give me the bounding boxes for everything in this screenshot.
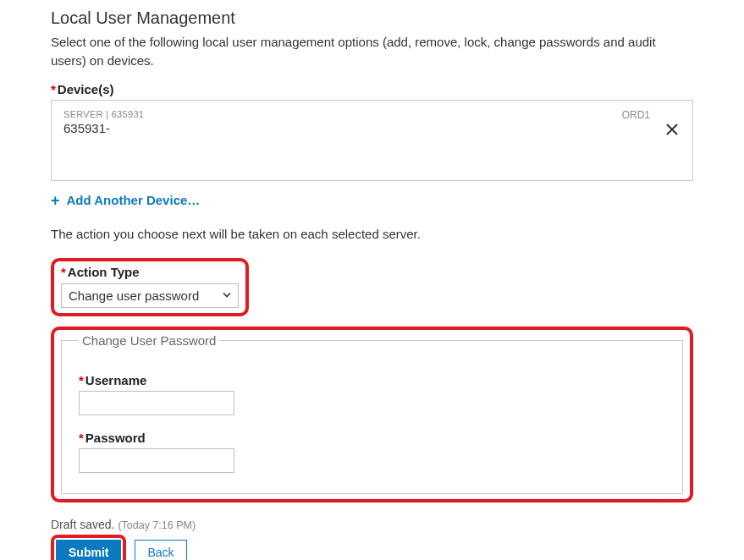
draft-timestamp: (Today 7:16 PM) <box>118 519 196 531</box>
close-icon[interactable] <box>664 121 681 138</box>
action-type-highlight: *Action Type Change user password <box>51 258 249 316</box>
password-field[interactable] <box>79 448 234 473</box>
action-subtext: The action you choose next will be taken… <box>51 227 693 241</box>
add-device-label: Add Another Device… <box>67 193 201 207</box>
submit-button[interactable]: Submit <box>56 540 121 561</box>
devices-label: *Device(s) <box>51 82 693 96</box>
password-label: *Password <box>79 431 665 445</box>
page-intro: Select one of the following local user m… <box>51 33 693 70</box>
action-type-label: *Action Type <box>61 265 239 279</box>
device-name: 635931- <box>63 121 681 135</box>
page-title: Local User Management <box>51 8 693 28</box>
change-password-legend: Change User Password <box>79 333 219 348</box>
device-meta: SERVER | 635931 <box>63 109 681 119</box>
action-type-select[interactable]: Change user password <box>61 283 239 308</box>
draft-saved-line: Draft saved. (Today 7:16 PM) <box>51 518 693 531</box>
back-button[interactable]: Back <box>135 540 186 561</box>
change-password-highlight: Change User Password *Username *Password <box>51 327 693 502</box>
submit-highlight: Submit <box>51 535 126 561</box>
username-label: *Username <box>79 373 665 387</box>
device-card: SERVER | 635931 635931- ORD1 <box>51 100 693 181</box>
device-region: ORD1 <box>622 109 650 121</box>
draft-saved-text: Draft saved. <box>51 518 114 531</box>
username-field[interactable] <box>79 391 234 415</box>
add-device-link[interactable]: + Add Another Device… <box>51 193 200 208</box>
change-password-fieldset: Change User Password *Username *Password <box>61 333 683 494</box>
plus-icon: + <box>51 193 60 208</box>
